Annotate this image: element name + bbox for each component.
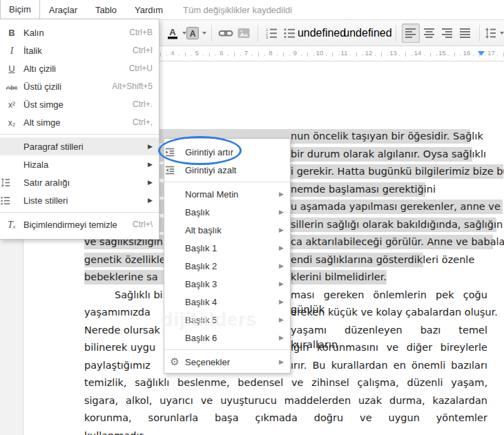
menu-item-biçimlendirmeyi-temizle[interactable]: TₓBiçimlendirmeyi temizleCtrl+\ bbox=[0, 215, 159, 233]
align-left-button[interactable] bbox=[402, 23, 420, 43]
menu-item-girintiyi-azalt[interactable]: Girintiyi azalt bbox=[164, 161, 290, 179]
text-fragment-right: ığın korunmasını ve diğer bireylerle bbox=[291, 340, 487, 355]
toolbar-separator bbox=[396, 25, 396, 41]
menu-item-başlık[interactable]: Başlık▶ bbox=[164, 203, 290, 221]
text-line: temizlik, sağlıklı beslenme, bedensel ve… bbox=[84, 376, 487, 390]
indent-decrease-button[interactable]: undefined bbox=[300, 24, 344, 42]
menu-item-seçenekler[interactable]: ⚙Seçenekler▶ bbox=[164, 353, 290, 371]
menu-separator bbox=[0, 134, 159, 135]
align-right-button[interactable] bbox=[439, 24, 456, 42]
menu-item-hizala[interactable]: Hizala▶ bbox=[0, 155, 159, 173]
menu-item-başlık-2[interactable]: Başlık 2▶ bbox=[164, 257, 290, 275]
line-spacing-icon bbox=[0, 177, 23, 188]
gear-icon: ⚙ bbox=[164, 356, 185, 368]
menu-item-shortcut: Ctrl+I bbox=[133, 46, 153, 55]
svg-text:A: A bbox=[169, 27, 176, 37]
text-line: sigara, alkol, uyarıcı ve uyuşturucu mad… bbox=[84, 394, 487, 408]
menu-item-paragraf-stilleri[interactable]: Paragraf stilleri▶ bbox=[0, 137, 159, 155]
menubar-item-yardım[interactable]: Yardım bbox=[126, 1, 172, 19]
menu-item-başlık-5[interactable]: Başlık 5▶ bbox=[164, 311, 290, 329]
menu-item-i-talik[interactable]: IİtalikCtrl+I bbox=[0, 41, 159, 59]
ruler-number: 15 bbox=[438, 49, 446, 57]
ruler-dot bbox=[203, 55, 204, 56]
ruler-tick bbox=[283, 52, 284, 57]
ruler-dot bbox=[387, 55, 388, 56]
menu-item-satır-aralığı[interactable]: Satır aralığı▶ bbox=[0, 173, 159, 191]
underline-icon: U bbox=[0, 62, 23, 75]
menu-item-kalın[interactable]: BKalınCtrl+B bbox=[0, 23, 159, 41]
text-fragment-left: Nerede olursak bbox=[84, 323, 160, 338]
ruler-dot bbox=[289, 55, 290, 56]
menu-item-label: Başlık 1 bbox=[185, 243, 279, 253]
menu-item-girintiyi-artır[interactable]: Girintiyi artır bbox=[164, 143, 290, 161]
numbered-list-button[interactable]: 123 bbox=[264, 24, 280, 42]
menu-item-shortcut: Ctrl+B bbox=[129, 28, 153, 37]
image-icon bbox=[237, 27, 251, 39]
bullet-list-button[interactable] bbox=[282, 24, 298, 42]
menu-item-üst-simge[interactable]: x²Üst simgeCtrl+. bbox=[0, 95, 159, 113]
highlight-color-icon: A bbox=[186, 26, 200, 40]
menu-item-başlık-3[interactable]: Başlık 3▶ bbox=[164, 275, 290, 293]
menu-item-altı-çizili[interactable]: UAltı çiziliCtrl+U bbox=[0, 59, 159, 77]
menu-item-başlık-6[interactable]: Başlık 6▶ bbox=[164, 329, 290, 347]
text-fragment-right: nun öncelik taşıyan bir öğesidir. Sağlık bbox=[291, 129, 483, 144]
highlight-color-button[interactable]: A bbox=[186, 24, 205, 42]
text-fragment-left: bilinerek uygu bbox=[84, 340, 155, 355]
ruler-dot bbox=[375, 55, 376, 56]
menu-item-alt-başlık[interactable]: Alt başlık▶ bbox=[164, 221, 290, 239]
submenu-arrow-icon: ▶ bbox=[148, 197, 153, 204]
numbered-list-icon: 123 bbox=[265, 27, 278, 39]
link-button[interactable] bbox=[217, 24, 234, 42]
text-fragment-left: genetik özellikler bbox=[84, 253, 170, 267]
ruler-number: 9 bbox=[293, 49, 297, 57]
menu-item-shortcut: Ctrl+\ bbox=[133, 220, 153, 229]
ruler-dot bbox=[461, 55, 461, 56]
menubar-item-araçlar[interactable]: Araçlar bbox=[40, 1, 86, 19]
menu-item-shortcut: Alt+Shift+5 bbox=[112, 81, 153, 91]
menu-item-başlık-4[interactable]: Başlık 4▶ bbox=[164, 293, 290, 311]
ruler-number: 5 bbox=[195, 49, 199, 57]
google-docs-window: BiçimAraçlarTabloYardımTüm değişiklikler… bbox=[0, 0, 504, 435]
menu-item-alt-simge[interactable]: x₂Alt simgeCtrl+, bbox=[0, 113, 159, 131]
justify-button[interactable] bbox=[457, 24, 474, 42]
indent-increase-button[interactable]: undefined bbox=[345, 24, 389, 42]
text-fragment-right: nemde başlaması gerektiğini bbox=[291, 182, 436, 197]
menu-item-label: Alt başlık bbox=[185, 225, 279, 235]
menu-item-label: Üst simge bbox=[23, 99, 133, 110]
menubar-item-biçim[interactable]: Biçim bbox=[0, 0, 40, 20]
align-center-button[interactable] bbox=[421, 24, 438, 42]
image-button[interactable] bbox=[235, 24, 252, 42]
ruler-margin-marker[interactable] bbox=[478, 51, 485, 56]
submenu-arrow-icon: ▶ bbox=[279, 358, 284, 365]
menu-item-başlık-1[interactable]: Başlık 1▶ bbox=[164, 239, 290, 257]
ruler-number: 12 bbox=[365, 49, 373, 57]
menu-item-shortcut: Ctrl+U bbox=[129, 64, 153, 73]
text-fragment-left: paylaştığımız bbox=[84, 358, 151, 373]
menu-item-liste-stilleri[interactable]: Liste stilleri▶ bbox=[0, 191, 159, 209]
ruler-dot bbox=[399, 55, 400, 56]
dropdown-caret-icon[interactable] bbox=[202, 32, 206, 35]
menubar-item-tablo[interactable]: Tablo bbox=[86, 1, 126, 19]
menu-item-üstü-çizili[interactable]: AbcÜstü çiziliAlt+Shift+5 bbox=[0, 77, 159, 95]
text-color-button[interactable]: A bbox=[166, 24, 185, 42]
menu-item-label: Alt simge bbox=[23, 117, 133, 128]
ruler-number: 10 bbox=[316, 49, 324, 57]
svg-text:3: 3 bbox=[266, 35, 268, 39]
menu-item-label: Başlık 5 bbox=[185, 315, 279, 325]
bold-icon: B bbox=[0, 26, 23, 39]
text-fragment-right: ırır. Bu kurallardan en önemli bazıları bbox=[291, 358, 487, 373]
menu-item-label: Hizala bbox=[23, 160, 148, 170]
format-menu: BKalınCtrl+BIİtalikCtrl+IUAltı çiziliCtr… bbox=[0, 19, 159, 240]
ruler-dot bbox=[424, 55, 425, 56]
submenu-arrow-icon: ▶ bbox=[148, 143, 153, 150]
submenu-arrow-icon: ▶ bbox=[279, 244, 284, 251]
text-fragment-right: bir durum olarak algılanır. Oysa sağlıkl… bbox=[291, 147, 486, 162]
line-spacing-button[interactable] bbox=[485, 24, 503, 42]
clear-formatting-icon: Tₓ bbox=[0, 218, 23, 231]
menu-item-normal-metin[interactable]: Normal Metin▶ bbox=[164, 185, 290, 203]
ruler-dot bbox=[252, 55, 253, 56]
menu-item-label: Normal Metin bbox=[185, 189, 279, 200]
menu-item-label: Seçenekler bbox=[185, 357, 279, 367]
menu-item-label: Liste stilleri bbox=[23, 195, 148, 206]
dropdown-caret-icon[interactable] bbox=[500, 32, 504, 35]
